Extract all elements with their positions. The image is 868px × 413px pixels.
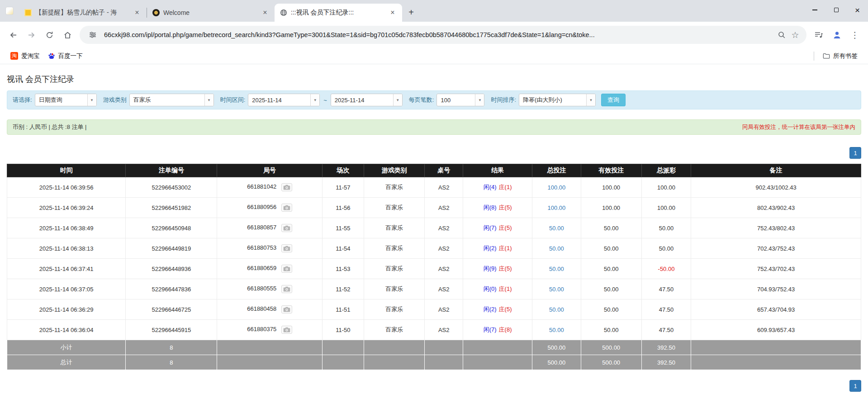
media-controls-button[interactable] [810,26,827,43]
result-player: 闲(9) [484,265,497,272]
total-bet-link[interactable]: 50.00 [549,327,564,333]
video-replay-icon[interactable] [281,204,292,212]
tab-welcome[interactable]: Welcome × [147,4,275,22]
video-replay-icon[interactable] [281,285,292,293]
url-text[interactable]: 66cxkj98.com/ipl/portal.php/game/betreco… [104,31,775,38]
back-button[interactable] [5,26,22,43]
page-size-select[interactable]: 100 ▾ [436,94,484,106]
window-controls: × [804,0,868,20]
reload-button[interactable] [41,26,58,43]
empty-cell [364,340,425,355]
bet-id-cell: 522966450948 [126,218,217,238]
table-row: 2025-11-14 06:38:49 522966450948 6618808… [7,218,861,238]
valid-bet-cell: 100.00 [581,177,641,198]
result-player: 闲(7) [484,224,497,231]
new-tab-button[interactable]: + [405,6,417,19]
video-replay-icon[interactable] [281,326,292,334]
game-type-select[interactable]: 百家乐 ▾ [129,94,214,106]
search-button[interactable]: 查询 [601,94,626,106]
welcome-favicon-icon [152,9,160,16]
time-cell: 2025-11-14 06:37:05 [7,279,126,299]
result-cell: 闲(4)庄(1) [463,177,532,198]
col-header-bet-id: 注单编号 [126,164,217,177]
chevron-down-icon[interactable]: ▾ [393,94,402,106]
empty-cell [691,355,861,370]
page-1-button[interactable]: 1 [849,380,861,392]
tab-close-icon[interactable]: × [133,9,141,17]
time-cell: 2025-11-14 06:37:41 [7,259,126,279]
chevron-down-icon[interactable]: ▾ [586,94,595,106]
result-banker: 庄(1) [499,285,512,292]
video-replay-icon[interactable] [281,224,292,232]
chevron-down-icon[interactable]: ▾ [310,94,319,106]
result-player: 闲(2) [484,306,497,313]
payout-cell: 100.00 [641,177,691,198]
chevron-down-icon[interactable]: ▾ [87,94,96,106]
round-cell: 661881042 [217,177,322,198]
total-bet-cell: 100.00 [532,177,581,198]
subtotal-count: 8 [126,340,217,355]
zoom-icon[interactable] [775,28,788,42]
profile-icon [832,30,842,40]
video-replay-icon[interactable] [281,305,292,313]
empty-cell [217,355,322,370]
game-type-cell: 百家乐 [364,279,425,299]
table-header-row: 时间 注单编号 局号 场次 游戏类别 桌号 结果 总投注 有效投注 总派彩 备注 [7,164,861,177]
total-bet-link[interactable]: 50.00 [549,225,564,232]
sort-select[interactable]: 降幂(由大到小) ▾ [519,94,596,106]
bookmark-star-icon[interactable]: ☆ [788,28,802,42]
result-banker: 庄(1) [499,245,512,252]
result-player: 闲(7) [484,326,497,333]
video-replay-icon[interactable] [281,244,292,252]
table-row: 2025-11-14 06:39:56 522966453002 6618810… [7,177,861,198]
bookmark-taobao[interactable]: 淘 爱淘宝 [6,50,44,62]
table-body: 2025-11-14 06:39:56 522966453002 6618810… [7,177,861,340]
video-replay-icon[interactable] [281,265,292,273]
tab-close-icon[interactable]: × [389,9,397,17]
total-bet-link[interactable]: 50.00 [549,245,564,252]
site-controls-icon[interactable] [86,28,100,42]
page-1-button[interactable]: 1 [849,147,861,159]
valid-bet-cell: 50.00 [581,299,641,320]
game-type-cell: 百家乐 [364,320,425,340]
forward-button[interactable] [23,26,40,43]
bookmark-baidu[interactable]: 百度一下 [44,50,87,62]
date-to-value: 2025-11-14 [331,97,393,104]
bet-id-cell: 522966449819 [126,238,217,259]
table-row: 2025-11-14 06:36:04 522966445915 6618803… [7,320,861,340]
total-bet-link[interactable]: 100.00 [548,184,566,191]
total-bet-link[interactable]: 50.00 [549,286,564,293]
video-replay-icon[interactable] [281,183,292,191]
tab-bet-record[interactable]: :::视讯 会员下注纪录::: × [275,4,402,22]
query-type-select[interactable]: 日期查询 ▾ [35,94,97,106]
chevron-down-icon[interactable]: ▾ [204,94,213,106]
result-player: 闲(4) [484,184,497,190]
profile-button[interactable] [828,26,845,43]
game-type-cell: 百家乐 [364,218,425,238]
session-cell: 11-55 [322,218,364,238]
empty-cell [463,340,532,355]
table-no-cell: AS2 [425,218,463,238]
maximize-button[interactable] [825,0,847,20]
close-window-button[interactable]: × [847,0,868,20]
total-bet-link[interactable]: 50.00 [549,266,564,272]
home-button[interactable] [59,26,76,43]
subtotal-label: 小计 [7,340,126,355]
all-bookmarks-button[interactable]: 所有书签 [819,50,862,62]
chevron-down-icon[interactable]: ▾ [475,94,484,106]
total-bet-link[interactable]: 100.00 [548,204,566,211]
date-from-select[interactable]: 2025-11-14 ▾ [248,94,320,106]
minimize-button[interactable] [804,0,825,20]
date-to-select[interactable]: 2025-11-14 ▾ [331,94,403,106]
browser-menu-button[interactable]: ⋮ [846,26,863,43]
omnibox[interactable]: 66cxkj98.com/ipl/portal.php/game/betreco… [80,26,806,44]
col-header-game-type: 游戏类别 [364,164,425,177]
game-type-cell: 百家乐 [364,238,425,259]
time-cell: 2025-11-14 06:38:13 [7,238,126,259]
total-bet-cell: 50.00 [532,279,581,299]
col-header-payout: 总派彩 [641,164,691,177]
total-bet-link[interactable]: 50.00 [549,306,564,313]
table-no-cell: AS2 [425,198,463,218]
tab-close-icon[interactable]: × [261,9,269,17]
tab-forum[interactable]: 【新提醒】杨雪儿的帖子 - 海 × [19,4,147,22]
